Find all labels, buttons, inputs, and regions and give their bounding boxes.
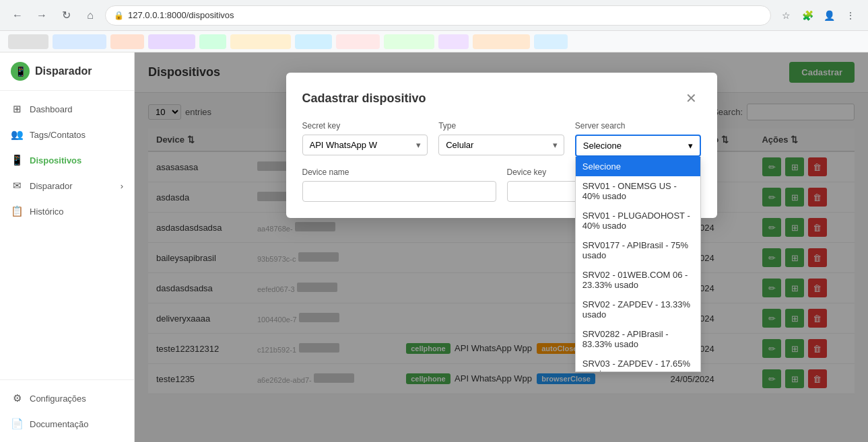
bookmark-item[interactable] <box>384 34 434 49</box>
sidebar-item-dispositivos[interactable]: 📱 Dispositivos <box>0 147 134 173</box>
secret-key-select[interactable]: API WhatsApp W <box>302 135 428 155</box>
device-name-label: Device name <box>302 168 496 177</box>
sidebar-item-dashboard[interactable]: ⊞ Dashboard <box>0 96 134 122</box>
bookmark-item[interactable] <box>110 34 144 49</box>
address-bar[interactable]: 🔒 127.0.0.1:8000/dispositivos <box>105 5 771 26</box>
field-secret-key: Secret key API WhatsApp W <box>302 121 428 157</box>
sidebar-bottom: ⚙ Configurações 📄 Documentação <box>0 379 134 442</box>
sidebar-label-dashboard: Dashboard <box>30 104 73 114</box>
sidebar-label-dispositivos: Dispositivos <box>30 155 81 165</box>
secret-key-label: Secret key <box>302 121 428 131</box>
bookmark-item[interactable] <box>53 34 106 49</box>
back-button[interactable]: ← <box>8 6 27 25</box>
type-label: Type <box>438 121 564 131</box>
type-select[interactable]: Celular <box>438 135 564 155</box>
sidebar-item-configuracoes[interactable]: ⚙ Configurações <box>0 385 134 411</box>
bookmark-item[interactable] <box>295 34 332 49</box>
bookmark-item[interactable] <box>336 34 380 49</box>
bookmark-item[interactable] <box>199 34 226 49</box>
logo-text: Disparador <box>35 65 92 77</box>
sidebar-logo: 📱 Disparador <box>0 52 134 91</box>
field-server-search: Server search Selecione ▾ Selecione SRV0… <box>575 121 701 157</box>
sidebar-label-disparador: Disparador <box>30 181 73 191</box>
bookmark-item[interactable] <box>230 34 291 49</box>
logo-icon: 📱 <box>11 62 30 81</box>
url-text: 127.0.0.1:8000/dispositivos <box>128 10 234 20</box>
doc-icon: 📄 <box>11 418 23 430</box>
dropdown-item-srv01-onemsg[interactable]: SRV01 - ONEMSG US - 40% usado <box>576 176 700 206</box>
sidebar-item-tags[interactable]: 👥 Tags/Contatos <box>0 122 134 147</box>
sidebar-label-doc: Documentação <box>30 419 88 429</box>
sidebar-item-documentacao[interactable]: 📄 Documentação <box>0 411 134 437</box>
sidebar-label-historico: Histórico <box>30 207 64 217</box>
dropdown-selected-text: Selecione <box>583 141 622 151</box>
dropdown-item-srv0282[interactable]: SRV0282 - APIBrasil - 83.33% usado <box>576 324 700 354</box>
sidebar: 📱 Disparador ⊞ Dashboard 👥 Tags/Contatos… <box>0 52 135 442</box>
dropdown-item-srv01-plugado[interactable]: SRV01 - PLUGADOHOST - 40% usado <box>576 206 700 235</box>
dropdown-item-srv0177[interactable]: SRV0177 - APIBrasil - 75% usado <box>576 235 700 265</box>
sidebar-nav: ⊞ Dashboard 👥 Tags/Contatos 📱 Dispositiv… <box>0 91 134 379</box>
bookmarks-bar <box>0 31 868 52</box>
chevron-icon: › <box>121 181 123 191</box>
lock-icon: 🔒 <box>114 11 124 20</box>
disparador-left: ✉ Disparador <box>11 180 73 192</box>
profile-button[interactable]: 👤 <box>820 6 838 25</box>
main-content: Dispositivos Cadastrar 10 25 50 entries … <box>135 52 868 442</box>
reload-button[interactable]: ↻ <box>57 6 75 25</box>
bookmark-item[interactable] <box>8 34 48 49</box>
app-container: 📱 Disparador ⊞ Dashboard 👥 Tags/Contatos… <box>0 52 868 442</box>
disparador-icon: ✉ <box>11 180 23 192</box>
field-type: Type Celular <box>438 121 564 157</box>
menu-button[interactable]: ⋮ <box>841 6 860 25</box>
browser-bar: ← → ↻ ⌂ 🔒 127.0.0.1:8000/dispositivos ☆ … <box>0 0 868 31</box>
type-select-wrapper: Celular <box>438 135 564 155</box>
dropdown-item-selecione[interactable]: Selecione <box>576 157 700 176</box>
bookmark-button[interactable]: ☆ <box>776 6 795 25</box>
sidebar-label-config: Configurações <box>30 394 86 404</box>
modal-fields-row1: Secret key API WhatsApp W Type Celular <box>302 121 701 157</box>
device-name-input[interactable] <box>302 181 496 202</box>
bookmark-item[interactable] <box>473 34 530 49</box>
historico-icon: 📋 <box>11 205 23 217</box>
bookmark-item[interactable] <box>148 34 195 49</box>
sidebar-label-tags: Tags/Contatos <box>30 130 86 140</box>
server-search-label: Server search <box>575 121 701 131</box>
forward-button[interactable]: → <box>32 6 51 25</box>
extensions-button[interactable]: 🧩 <box>798 6 817 25</box>
server-search-dropdown-list[interactable]: Selecione SRV01 - ONEMSG US - 40% usado … <box>575 157 701 372</box>
modal-dialog: Cadastrar dispositivo ✕ Secret key API W… <box>286 73 717 218</box>
sidebar-item-historico[interactable]: 📋 Histórico <box>0 198 134 224</box>
dropdown-item-srv03-zapdev[interactable]: SRV03 - ZAPDEV - 17.65% usado <box>576 354 700 372</box>
config-icon: ⚙ <box>11 392 23 404</box>
modal-title: Cadastrar dispositivo <box>302 91 426 106</box>
modal-header: Cadastrar dispositivo ✕ <box>302 89 701 108</box>
home-button[interactable]: ⌂ <box>81 6 100 25</box>
tags-icon: 👥 <box>11 128 23 141</box>
server-search-trigger[interactable]: Selecione ▾ <box>575 135 701 157</box>
browser-actions: ☆ 🧩 👤 ⋮ <box>776 6 860 25</box>
bookmark-item[interactable] <box>534 34 568 49</box>
server-search-dropdown-wrapper: Selecione ▾ Selecione SRV01 - ONEMSG US … <box>575 135 701 157</box>
secret-key-select-wrapper: API WhatsApp W <box>302 135 428 155</box>
modal-close-button[interactable]: ✕ <box>682 89 701 108</box>
bookmark-item[interactable] <box>438 34 469 49</box>
dropdown-item-srv02-01web06[interactable]: SRV02 - 01WEB.COM 06 - 23.33% usado <box>576 265 700 295</box>
modal-overlay[interactable]: Cadastrar dispositivo ✕ Secret key API W… <box>135 52 868 442</box>
sidebar-item-disparador[interactable]: ✉ Disparador › <box>0 173 134 198</box>
field-device-name: Device name <box>302 168 496 202</box>
dispositivos-icon: 📱 <box>11 154 23 166</box>
dropdown-item-srv02-zapdev[interactable]: SRV02 - ZAPDEV - 13.33% usado <box>576 295 700 324</box>
dashboard-icon: ⊞ <box>11 103 23 115</box>
dropdown-chevron-icon: ▾ <box>688 141 693 151</box>
